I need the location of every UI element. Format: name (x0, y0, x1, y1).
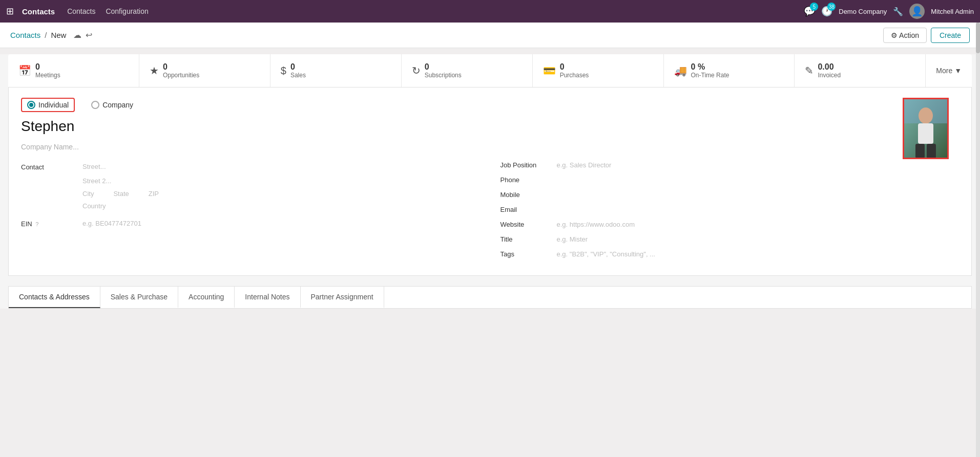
svg-rect-3 (918, 123, 933, 144)
city-state-row: City State ZIP (82, 190, 480, 198)
activities-badge[interactable]: 🕐 38 (821, 6, 832, 17)
cloud-upload-icon[interactable]: ☁ (73, 30, 81, 40)
tab-sales-purchase[interactable]: Sales & Purchase (100, 287, 178, 308)
user-avatar[interactable]: 👤 (909, 4, 925, 19)
company-radio[interactable]: Company (85, 98, 139, 112)
opportunities-count: 0 (163, 62, 199, 72)
stat-invoiced[interactable]: ✎ 0.00 Invoiced (795, 54, 926, 87)
sales-label: Sales (290, 72, 306, 79)
stat-ontime[interactable]: 🚚 0 % On-Time Rate (664, 54, 795, 87)
refresh-icon: ↻ (412, 64, 421, 77)
street2-field[interactable]: Street 2... (82, 176, 480, 187)
ontime-count: 0 % (691, 62, 729, 72)
address-inputs: Street... Street 2... City State ZIP Cou… (82, 161, 480, 212)
photo-section (903, 98, 949, 159)
phone-row: Phone (501, 176, 960, 184)
company-name-field[interactable]: Company Name... (21, 143, 959, 151)
mobile-label: Mobile (501, 191, 557, 199)
ein-row: EIN ? e.g. BE0477472701 (21, 218, 480, 229)
scrollbar-thumb[interactable] (976, 23, 980, 53)
email-row: Email (501, 206, 960, 213)
company-label: Company (102, 101, 133, 109)
meetings-label: Meetings (35, 72, 60, 79)
ontime-label: On-Time Rate (691, 72, 729, 79)
stat-meetings[interactable]: 📅 0 Meetings (8, 54, 139, 87)
country-field[interactable]: Country (82, 201, 480, 212)
job-position-label: Job Position (501, 161, 557, 169)
opportunities-label: Opportunities (163, 72, 199, 79)
breadcrumb-parent[interactable]: Contacts (10, 31, 40, 39)
svg-rect-4 (915, 144, 925, 158)
settings-icon[interactable]: 🔧 (893, 7, 903, 16)
action-button[interactable]: ⚙ Action (883, 28, 927, 43)
form-left-section: Contact Street... Street 2... City State… (21, 161, 480, 265)
breadcrumb-icon-group: ☁ ↩ (73, 30, 92, 40)
individual-label: Individual (38, 101, 69, 109)
contact-form: Individual Company Stephen Company Name.… (8, 88, 972, 276)
tab-internal-notes[interactable]: Internal Notes (235, 287, 300, 308)
undo-icon[interactable]: ↩ (86, 30, 92, 40)
website-label: Website (501, 221, 557, 228)
nav-contacts[interactable]: Contacts (67, 7, 95, 15)
topnav-right-section: 💬 5 🕐 38 Demo Company 🔧 👤 Mitchell Admin (804, 4, 974, 19)
sales-count: 0 (290, 62, 306, 72)
company-name-label: Demo Company (839, 8, 887, 15)
tags-row: Tags e.g. "B2B", "VIP", "Consulting", ..… (501, 250, 960, 258)
zip-field[interactable]: ZIP (149, 190, 159, 198)
breadcrumb-actions: ⚙ Action Create (883, 28, 970, 43)
individual-radio[interactable]: Individual (21, 98, 75, 112)
subscriptions-label: Subscriptions (425, 72, 462, 79)
tags-label: Tags (501, 250, 557, 258)
purchases-label: Purchases (560, 72, 589, 79)
person-image-svg (903, 98, 949, 159)
truck-icon: 🚚 (674, 64, 687, 77)
title-row: Title e.g. Mister (501, 235, 960, 243)
messages-badge[interactable]: 💬 5 (804, 6, 815, 17)
website-row: Website e.g. https://www.odoo.com (501, 221, 960, 228)
main-content: 📅 0 Meetings ★ 0 Opportunities $ 0 Sales… (0, 54, 980, 309)
contact-type-section: Individual Company (21, 98, 959, 112)
email-label: Email (501, 206, 557, 213)
stat-purchases[interactable]: 💳 0 Purchases (533, 54, 664, 87)
title-label: Title (501, 235, 557, 243)
tab-partner-assignment[interactable]: Partner Assignment (301, 287, 384, 308)
state-field[interactable]: State (113, 190, 129, 198)
job-position-field[interactable]: e.g. Sales Director (557, 161, 612, 169)
form-right-section: Job Position e.g. Sales Director Phone M… (501, 161, 960, 265)
meetings-count: 0 (35, 62, 60, 72)
edit-icon: ✎ (805, 64, 814, 77)
invoiced-count: 0.00 (818, 62, 841, 72)
city-field[interactable]: City (82, 190, 94, 198)
credit-card-icon: 💳 (543, 64, 556, 77)
photo-placeholder-image (903, 98, 949, 159)
invoiced-label: Invoiced (818, 72, 841, 79)
ein-field[interactable]: e.g. BE0477472701 (82, 218, 480, 229)
tab-accounting[interactable]: Accounting (178, 287, 235, 308)
contact-name-field[interactable]: Stephen (21, 118, 959, 139)
topnav-links: Contacts Configuration (67, 7, 149, 15)
individual-radio-dot (27, 101, 35, 109)
stat-sales[interactable]: $ 0 Sales (270, 54, 402, 87)
create-button[interactable]: Create (931, 28, 970, 43)
nav-configuration[interactable]: Configuration (106, 7, 148, 15)
dollar-icon: $ (281, 65, 286, 77)
tabs-bar: Contacts & Addresses Sales & Purchase Ac… (8, 286, 972, 309)
tab-contacts-addresses[interactable]: Contacts & Addresses (9, 287, 100, 308)
street-field[interactable]: Street... (82, 161, 480, 172)
apps-menu-icon[interactable]: ⊞ (6, 6, 14, 17)
mobile-row: Mobile (501, 191, 960, 199)
form-grid: Contact Street... Street 2... City State… (21, 161, 959, 265)
more-stats-button[interactable]: More ▼ (926, 54, 972, 87)
app-brand-label: Contacts (22, 7, 55, 16)
ein-tooltip-icon[interactable]: ? (35, 221, 38, 227)
tags-field[interactable]: e.g. "B2B", "VIP", "Consulting", ... (557, 250, 655, 258)
contact-photo[interactable] (903, 98, 949, 159)
stat-subscriptions[interactable]: ↻ 0 Subscriptions (402, 54, 533, 87)
ein-label: EIN ? (21, 218, 82, 228)
title-field[interactable]: e.g. Mister (557, 235, 588, 243)
website-field[interactable]: e.g. https://www.odoo.com (557, 221, 635, 228)
phone-label: Phone (501, 176, 557, 184)
stat-opportunities[interactable]: ★ 0 Opportunities (139, 54, 270, 87)
scrollbar-track[interactable] (976, 23, 980, 309)
form-header: Individual Company Stephen Company Name.… (21, 98, 959, 265)
